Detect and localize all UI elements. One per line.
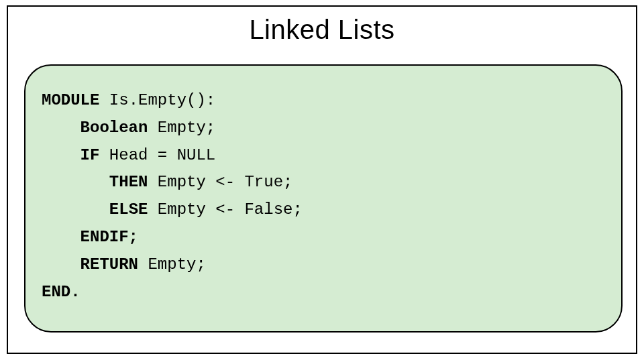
code-text: Empty; <box>138 255 206 274</box>
slide-frame: Linked Lists MODULE Is.Empty(): Boolean … <box>7 5 637 354</box>
code-line-2: Boolean Empty; <box>42 115 605 142</box>
code-line-5: ELSE Empty <- False; <box>42 196 605 224</box>
keyword-return: RETURN <box>80 255 138 274</box>
keyword-endif: ENDIF; <box>80 228 138 246</box>
code-text: Empty <- True; <box>148 173 292 191</box>
code-text: Head = NULL <box>99 146 215 164</box>
code-line-1: MODULE Is.Empty(): <box>42 87 605 115</box>
code-text: Is.Empty(): <box>99 91 215 109</box>
code-panel: MODULE Is.Empty(): Boolean Empty; IF Hea… <box>24 64 623 333</box>
keyword-module: MODULE <box>42 91 99 109</box>
code-line-7: RETURN Empty; <box>42 251 605 279</box>
keyword-then: THEN <box>109 173 148 191</box>
code-text: Empty; <box>148 119 215 137</box>
code-line-6: ENDIF; <box>42 224 605 251</box>
keyword-else: ELSE <box>109 200 148 219</box>
keyword-end: END. <box>42 283 80 301</box>
code-text: Empty <- False; <box>148 200 302 219</box>
code-line-4: THEN Empty <- True; <box>42 169 605 196</box>
slide-title: Linked Lists <box>8 15 636 45</box>
code-line-3: IF Head = NULL <box>42 142 605 170</box>
keyword-boolean: Boolean <box>80 119 148 137</box>
code-line-8: END. <box>42 279 605 306</box>
keyword-if: IF <box>80 146 100 164</box>
